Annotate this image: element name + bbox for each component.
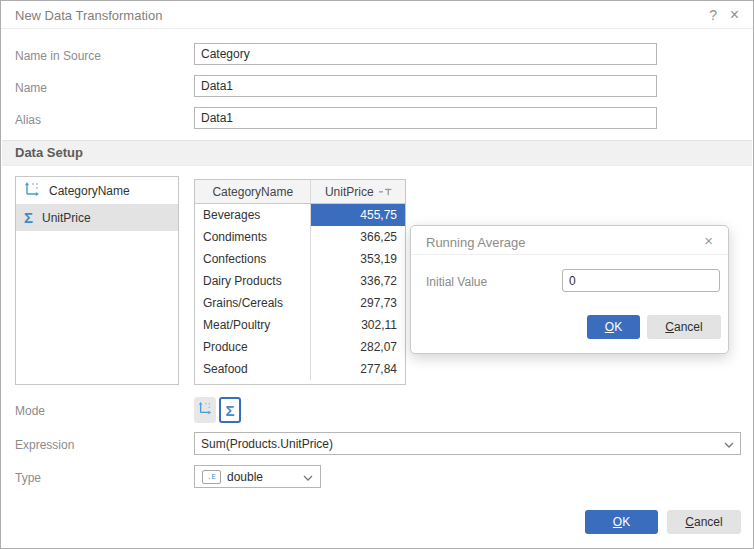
cancel-button[interactable]: Cancel bbox=[667, 510, 741, 534]
close-icon[interactable]: × bbox=[726, 6, 743, 24]
data-setup-heading: Data Setup bbox=[15, 145, 83, 160]
type-label: Type bbox=[15, 471, 41, 485]
initial-value-input[interactable] bbox=[562, 269, 720, 292]
dimension-axes-icon bbox=[24, 181, 40, 200]
sigma-icon: Σ bbox=[24, 210, 33, 225]
cell-unitprice[interactable]: 302,11 bbox=[311, 314, 405, 336]
table-row: Confections 353,19 bbox=[195, 248, 405, 270]
popup-cancel-button[interactable]: Cancel bbox=[647, 315, 721, 339]
dialog-title: New Data Transformation bbox=[15, 8, 162, 23]
column-header-label: UnitPrice bbox=[325, 185, 374, 199]
table-row: Grains/Cereals 297,73 bbox=[195, 292, 405, 314]
popup-title: Running Average bbox=[426, 235, 526, 250]
table-row: Dairy Products 336,72 bbox=[195, 270, 405, 292]
cell-category[interactable]: Confections bbox=[195, 248, 311, 270]
chevron-down-icon bbox=[724, 437, 734, 451]
initial-value-label: Initial Value bbox=[426, 275, 487, 289]
type-dropdown[interactable]: .E double bbox=[194, 465, 321, 488]
column-header-categoryname[interactable]: CategoryName bbox=[195, 180, 311, 203]
popup-cancel-label: Cancel bbox=[665, 320, 702, 334]
cell-unitprice[interactable]: 277,84 bbox=[311, 358, 405, 380]
alias-label: Alias bbox=[15, 113, 41, 127]
column-header-unitprice[interactable]: UnitPrice bbox=[311, 180, 405, 203]
sigma-icon: Σ bbox=[225, 403, 234, 418]
type-value: double bbox=[227, 470, 263, 484]
field-list-item-unitprice[interactable]: Σ UnitPrice bbox=[16, 204, 178, 231]
field-list-item-label: CategoryName bbox=[49, 184, 130, 198]
cell-category[interactable]: Grains/Cereals bbox=[195, 292, 311, 314]
cancel-label: Cancel bbox=[685, 515, 722, 529]
chevron-down-icon bbox=[303, 470, 313, 484]
dimension-axes-icon bbox=[198, 401, 212, 419]
mode-measure-button[interactable]: Σ bbox=[219, 397, 241, 423]
table-row: Meat/Poultry 302,11 bbox=[195, 314, 405, 336]
expression-value: Sum(Products.UnitPrice) bbox=[201, 437, 333, 451]
expression-combobox[interactable]: Sum(Products.UnitPrice) bbox=[194, 432, 741, 455]
preview-grid: CategoryName UnitPrice Beverages 455,75 … bbox=[194, 179, 406, 385]
table-row: Produce 282,07 bbox=[195, 336, 405, 358]
help-icon[interactable]: ? bbox=[705, 7, 721, 23]
double-type-icon: .E bbox=[202, 470, 221, 484]
field-list-item-label: UnitPrice bbox=[42, 211, 91, 225]
name-label: Name bbox=[15, 81, 47, 95]
popup-title-separator bbox=[411, 254, 728, 255]
cell-category[interactable]: Beverages bbox=[195, 204, 311, 226]
data-setup-band bbox=[2, 140, 752, 166]
table-row: Condiments 366,25 bbox=[195, 226, 405, 248]
cell-category[interactable]: Meat/Poultry bbox=[195, 314, 311, 336]
new-data-transformation-dialog: New Data Transformation ? × Name in Sour… bbox=[0, 0, 754, 549]
popup-close-icon[interactable]: × bbox=[701, 232, 716, 249]
alias-input[interactable] bbox=[194, 107, 657, 129]
ok-label: OK bbox=[613, 515, 630, 529]
cell-category[interactable]: Condiments bbox=[195, 226, 311, 248]
popup-ok-button[interactable]: OK bbox=[587, 315, 640, 339]
running-average-dialog: Running Average × Initial Value OK Cance… bbox=[410, 225, 729, 354]
cell-category[interactable]: Dairy Products bbox=[195, 270, 311, 292]
field-list-item-categoryname[interactable]: CategoryName bbox=[16, 177, 178, 204]
name-input[interactable] bbox=[194, 75, 657, 97]
field-list: CategoryName Σ UnitPrice bbox=[15, 176, 179, 385]
name-in-source-label: Name in Source bbox=[15, 49, 101, 63]
cell-unitprice[interactable]: 297,73 bbox=[311, 292, 405, 314]
sort-filter-icon bbox=[379, 185, 392, 199]
cell-unitprice[interactable]: 366,25 bbox=[311, 226, 405, 248]
cell-category[interactable]: Seafood bbox=[195, 358, 311, 380]
cell-unitprice-selected[interactable]: 455,75 bbox=[311, 204, 405, 226]
expression-label: Expression bbox=[15, 438, 74, 452]
grid-header-row: CategoryName UnitPrice bbox=[195, 180, 405, 204]
mode-dimension-button[interactable] bbox=[194, 397, 216, 423]
table-row: Beverages 455,75 bbox=[195, 204, 405, 226]
cell-unitprice[interactable]: 282,07 bbox=[311, 336, 405, 358]
table-row: Seafood 277,84 bbox=[195, 358, 405, 380]
name-in-source-input[interactable] bbox=[194, 43, 657, 65]
cell-unitprice[interactable]: 336,72 bbox=[311, 270, 405, 292]
cell-unitprice[interactable]: 353,19 bbox=[311, 248, 405, 270]
ok-button[interactable]: OK bbox=[585, 510, 658, 534]
cell-category[interactable]: Produce bbox=[195, 336, 311, 358]
mode-label: Mode bbox=[15, 404, 45, 418]
popup-ok-label: OK bbox=[605, 320, 622, 334]
